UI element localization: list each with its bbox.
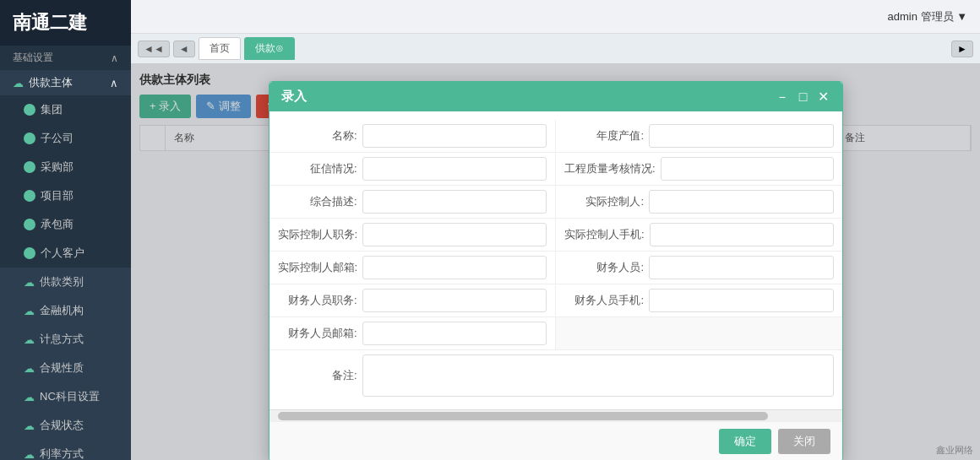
section-label: 基础设置 — [13, 51, 53, 65]
form-cell-quality: 工程质量考核情况: — [556, 153, 842, 185]
user-label: admin 管理员 ▼ — [888, 10, 968, 23]
sidebar-supply-parent[interactable]: ☁ 供款主体 ∧ — [0, 70, 131, 95]
form-cell-credit: 征信情况: — [270, 153, 557, 185]
sidebar-item-label: 集团 — [41, 102, 63, 117]
tab-prev-btn[interactable]: ◄◄ — [138, 41, 170, 57]
form-cell-desc: 综合描述: — [270, 186, 557, 218]
cloud-icon: ☁ — [24, 305, 35, 317]
label-quality: 工程质量考核情况: — [564, 161, 661, 176]
input-quality[interactable] — [661, 157, 834, 181]
modal-overlay: 录入 － □ ✕ 名称: 年度产值: — [131, 64, 980, 460]
sidebar-item-nc[interactable]: ☁ NC科目设置 — [0, 382, 131, 411]
modal-scroll-thumb — [278, 412, 768, 420]
sidebar-item-label: 子公司 — [41, 131, 74, 146]
close-modal-button[interactable]: 关闭 — [778, 429, 830, 454]
sidebar-item-label: 个人客户 — [41, 246, 84, 261]
sidebar-item-contractor[interactable]: 承包商 — [0, 210, 131, 239]
sidebar-item-compliance[interactable]: ☁ 合规性质 — [0, 354, 131, 382]
input-ctrl-email[interactable] — [362, 256, 547, 279]
input-finance-mobile[interactable] — [649, 289, 834, 312]
input-controller[interactable] — [649, 190, 834, 214]
sidebar-item-label: 供款类别 — [40, 274, 84, 290]
dot-icon — [24, 161, 35, 173]
input-annual[interactable] — [649, 124, 834, 148]
input-finance-staff[interactable] — [649, 256, 834, 279]
tab-more-btn[interactable]: ► — [951, 41, 973, 57]
sidebar-item-finance[interactable]: ☁ 金融机构 — [0, 296, 131, 325]
tab-supply[interactable]: 供款⊙ — [244, 37, 295, 60]
sidebar-item-subsidiary[interactable]: 子公司 — [0, 124, 131, 153]
sidebar-item-project[interactable]: 项目部 — [0, 181, 131, 210]
cloud-icon: ☁ — [24, 391, 35, 403]
form-row-3: 综合描述: 实际控制人: — [270, 186, 842, 219]
logo: 南通二建 — [0, 0, 131, 46]
label-desc: 综合描述: — [278, 194, 362, 209]
sidebar-item-category[interactable]: ☁ 供款类别 — [0, 268, 131, 296]
dot-icon — [24, 133, 35, 144]
input-finance-email[interactable] — [362, 322, 547, 345]
form-cell-empty — [556, 317, 842, 349]
label-ctrl-title: 实际控制人职务: — [278, 227, 363, 242]
label-finance-email: 财务人员邮箱: — [278, 326, 362, 341]
input-name[interactable] — [362, 124, 547, 148]
cloud-icon: ☁ — [24, 448, 35, 461]
sidebar-item-rate[interactable]: ☁ 利率方式 — [0, 440, 131, 460]
sidebar-item-label: 合规性质 — [40, 360, 84, 376]
sidebar-item-purchase[interactable]: 采购部 — [0, 153, 131, 181]
modal-minimize-btn[interactable]: － — [774, 90, 791, 104]
cloud-icon: ☁ — [24, 362, 35, 375]
sidebar-item-personal[interactable]: 个人客户 — [0, 239, 131, 268]
sidebar-item-group[interactable]: 集团 — [0, 95, 131, 124]
tab-back-btn[interactable]: ◄ — [173, 41, 195, 57]
label-ctrl-email: 实际控制人邮箱: — [278, 260, 363, 275]
modal-header: 录入 － □ ✕ — [270, 82, 842, 111]
topbar-user[interactable]: admin 管理员 ▼ — [888, 9, 968, 24]
confirm-button[interactable]: 确定 — [719, 429, 771, 454]
sidebar-section-basic[interactable]: 基础设置 ∧ — [0, 46, 131, 70]
modal-dialog: 录入 － □ ✕ 名称: 年度产值: — [269, 81, 843, 460]
input-ctrl-mobile[interactable] — [650, 223, 834, 246]
form-cell-ctrl-title: 实际控制人职务: — [270, 219, 557, 251]
form-row-5: 实际控制人邮箱: 财务人员: — [270, 252, 842, 284]
sidebar-item-label: 合规状态 — [40, 418, 84, 433]
label-annual: 年度产值: — [564, 128, 649, 143]
form-row-2: 征信情况: 工程质量考核情况: — [270, 153, 842, 186]
input-remark[interactable] — [362, 354, 834, 397]
topbar: admin 管理员 ▼ — [131, 0, 980, 34]
input-desc[interactable] — [362, 190, 547, 214]
form-cell-ctrl-mobile: 实际控制人手机: — [556, 219, 842, 251]
form-row-4: 实际控制人职务: 实际控制人手机: — [270, 219, 842, 252]
label-finance-title: 财务人员职务: — [278, 293, 362, 308]
label-name: 名称: — [278, 128, 362, 143]
tab-home[interactable]: 首页 — [199, 37, 241, 60]
sidebar: 南通二建 基础设置 ∧ ☁ 供款主体 ∧ 集团 子公司 采购部 项目部 承包 — [0, 0, 131, 460]
modal-restore-btn[interactable]: □ — [798, 90, 809, 104]
label-remark: 备注: — [278, 368, 362, 383]
modal-footer: 确定 关闭 — [270, 421, 842, 460]
sidebar-sub-menu: 集团 子公司 采购部 项目部 承包商 个人客户 — [0, 95, 131, 268]
form-cell-finance-title: 财务人员职务: — [270, 284, 557, 317]
sidebar-item-label: 承包商 — [41, 217, 74, 232]
input-credit[interactable] — [362, 157, 547, 181]
modal-scrollbar[interactable] — [270, 409, 842, 421]
sidebar-item-label: 项目部 — [41, 188, 74, 203]
form-cell-finance-staff: 财务人员: — [556, 252, 842, 284]
sidebar-item-interest[interactable]: ☁ 计息方式 — [0, 325, 131, 354]
modal-close-btn[interactable]: ✕ — [816, 90, 830, 104]
form-cell-remark: 备注: — [270, 350, 842, 401]
form-row-1: 名称: 年度产值: — [270, 120, 842, 153]
form-cell-name: 名称: — [270, 120, 557, 152]
form-row-7: 财务人员邮箱: — [270, 317, 842, 350]
dot-icon — [24, 104, 35, 116]
form-row-6: 财务人员职务: 财务人员手机: — [270, 284, 842, 317]
label-credit: 征信情况: — [278, 161, 362, 176]
label-ctrl-mobile: 实际控制人手机: — [564, 227, 650, 242]
input-ctrl-title[interactable] — [362, 223, 547, 246]
form-row-8: 备注: — [270, 350, 842, 401]
sidebar-item-label: 计息方式 — [40, 332, 84, 347]
input-finance-title[interactable] — [362, 289, 547, 312]
sidebar-item-label: 金融机构 — [40, 303, 84, 318]
form-cell-finance-mobile: 财务人员手机: — [556, 284, 842, 317]
sidebar-item-status[interactable]: ☁ 合规状态 — [0, 411, 131, 440]
form-cell-ctrl-email: 实际控制人邮箱: — [270, 252, 557, 284]
